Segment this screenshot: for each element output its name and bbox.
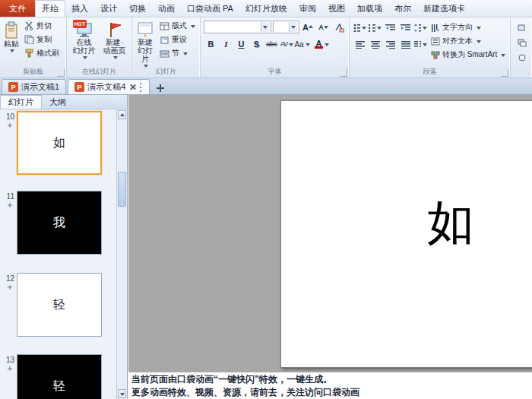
- increase-indent-button[interactable]: [398, 21, 413, 34]
- paragraph-dialog-launcher-icon[interactable]: [501, 69, 508, 77]
- reset-button[interactable]: 重设: [157, 33, 198, 46]
- slide-10-preview[interactable]: 如: [17, 111, 102, 175]
- online-slide-button[interactable]: HOT 在线 幻灯片: [71, 19, 98, 61]
- font-dialog-launcher-icon[interactable]: [340, 69, 347, 77]
- slide-13-preview[interactable]: 轻: [17, 354, 102, 399]
- shrink-arrow-icon: [324, 25, 328, 30]
- line-spacing-button[interactable]: [413, 21, 428, 34]
- slide-thumbnail-11[interactable]: 11 我: [0, 191, 116, 264]
- font-size-dropdown-icon[interactable]: [289, 22, 297, 32]
- tab-design[interactable]: 设计: [94, 0, 123, 17]
- cut-button[interactable]: 剪切: [21, 19, 62, 33]
- bold-button[interactable]: B: [204, 37, 218, 51]
- tab-new-tab[interactable]: 新建选项卡: [417, 0, 471, 17]
- slide-11-preview[interactable]: 我: [17, 191, 102, 255]
- change-case-button[interactable]: Aa: [295, 37, 309, 51]
- align-text-icon: [431, 37, 440, 46]
- section-icon: [160, 49, 169, 58]
- close-tab-icon[interactable]: [128, 83, 137, 91]
- align-center-button[interactable]: [368, 37, 382, 51]
- arrange-button[interactable]: [515, 36, 530, 49]
- clear-formatting-button[interactable]: [332, 21, 346, 34]
- new-document-tab-button[interactable]: [154, 82, 166, 94]
- tab-review[interactable]: 审阅: [293, 0, 322, 17]
- scrollbar-thumb[interactable]: [118, 172, 126, 207]
- paste-icon: [4, 21, 19, 40]
- tab-animation[interactable]: 动画: [152, 0, 181, 17]
- new-slide-button[interactable]: 新建 幻灯片: [134, 19, 157, 69]
- hot-badge: HOT: [73, 20, 87, 28]
- text-direction-button[interactable]: 文字方向: [428, 21, 508, 34]
- slide-thumbnail-10[interactable]: 10 如: [0, 111, 116, 184]
- font-size-combo[interactable]: [273, 21, 299, 33]
- text-direction-label: 文字方向: [442, 22, 473, 33]
- doc-tab-2[interactable]: P 演示文稿4: [68, 79, 150, 94]
- tab-menu-icon[interactable]: [140, 83, 143, 92]
- justify-button[interactable]: [398, 37, 413, 51]
- group-drawing-clipped: [511, 17, 532, 78]
- italic-button[interactable]: I: [219, 37, 233, 51]
- slide-canvas[interactable]: 如: [128, 95, 532, 372]
- animation-star-icon[interactable]: [7, 366, 14, 372]
- layout-button[interactable]: 版式: [157, 19, 198, 33]
- align-text-button[interactable]: 对齐文本: [428, 34, 508, 48]
- clipboard-group-label: 剪贴板: [0, 67, 66, 77]
- tab-addins[interactable]: 加载项: [351, 0, 388, 17]
- bullets-icon: [353, 24, 360, 32]
- underline-button[interactable]: U: [234, 37, 249, 51]
- decrease-indent-button[interactable]: [383, 21, 397, 34]
- font-color-button[interactable]: A: [315, 37, 329, 51]
- slide-thumbnail-13[interactable]: 13 轻: [0, 354, 116, 399]
- slide-12-preview[interactable]: 轻: [17, 273, 102, 337]
- clipboard-dialog-launcher-icon[interactable]: [57, 69, 65, 77]
- tab-insert[interactable]: 插入: [65, 0, 94, 17]
- font-family-combo[interactable]: [204, 21, 271, 33]
- text-shadow-button[interactable]: S: [249, 37, 264, 51]
- font-group-label: 字体: [201, 67, 349, 77]
- tab-transitions[interactable]: 切换: [123, 0, 152, 17]
- bullets-button[interactable]: [353, 21, 367, 34]
- doc-tab-1[interactable]: P 演示文稿1: [2, 79, 66, 94]
- numbering-button[interactable]: [368, 21, 382, 34]
- shrink-font-button[interactable]: A: [316, 21, 330, 34]
- tab-home[interactable]: 开始: [35, 0, 65, 17]
- copy-button[interactable]: 复制: [21, 33, 62, 46]
- tab-view[interactable]: 视图: [322, 0, 351, 17]
- quick-styles-button[interactable]: [515, 51, 530, 65]
- panel-tab-slides[interactable]: 幻灯片: [0, 95, 42, 109]
- strikethrough-button[interactable]: abc: [264, 37, 279, 51]
- tab-pocket-animation[interactable]: 口袋动画 PA: [181, 0, 239, 17]
- format-painter-button[interactable]: 格式刷: [21, 46, 62, 60]
- slide-text[interactable]: 如: [427, 191, 474, 255]
- flag-icon: [106, 21, 123, 38]
- scroll-down-icon[interactable]: [118, 389, 126, 398]
- current-slide[interactable]: 如: [280, 100, 532, 368]
- cut-label: 剪切: [36, 21, 52, 31]
- animation-star-icon[interactable]: [7, 284, 14, 290]
- animation-star-icon[interactable]: [7, 202, 14, 208]
- slide-13-number: 13: [6, 356, 14, 364]
- convert-smartart-button[interactable]: 转换为 SmartArt: [428, 48, 508, 62]
- panel-tab-outline[interactable]: 大纲: [42, 95, 74, 109]
- panel-scrollbar[interactable]: [116, 109, 127, 399]
- grow-font-button[interactable]: A: [301, 21, 315, 34]
- group-slides: 新建 幻灯片 版式 重设: [132, 17, 201, 78]
- slide-thumbnail-12[interactable]: 12 轻: [0, 273, 116, 346]
- group-clipboard: 粘贴 剪切 复制: [0, 17, 67, 78]
- file-tab[interactable]: 文件: [0, 0, 35, 17]
- align-left-button[interactable]: [353, 37, 367, 51]
- columns-button[interactable]: [413, 37, 428, 51]
- status-line-2: 更多动画特效、视频、资源，请前去，关注访问口袋动画: [131, 386, 532, 399]
- paste-button[interactable]: 粘贴: [2, 19, 21, 60]
- tab-slideshow[interactable]: 幻灯片放映: [239, 0, 293, 17]
- scroll-up-icon[interactable]: [118, 110, 126, 119]
- section-button[interactable]: 节: [157, 46, 198, 60]
- shapes-button[interactable]: [515, 21, 530, 34]
- character-spacing-button[interactable]: AV: [280, 37, 294, 51]
- align-right-button[interactable]: [383, 37, 397, 51]
- reset-label: 重设: [172, 34, 187, 45]
- new-animation-page-button[interactable]: 新建· 动画页: [101, 19, 128, 61]
- font-family-dropdown-icon[interactable]: [261, 22, 269, 32]
- tab-boolean[interactable]: 布尔: [388, 0, 417, 17]
- animation-star-icon[interactable]: [7, 122, 14, 128]
